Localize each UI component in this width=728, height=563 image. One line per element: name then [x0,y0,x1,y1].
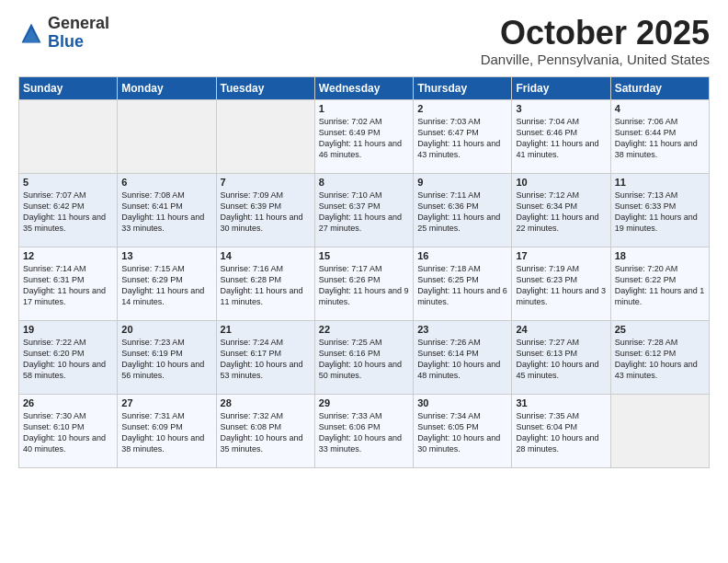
day-number: 1 [319,103,409,114]
calendar-header-saturday: Saturday [610,76,709,99]
calendar-cell: 9Sunrise: 7:11 AMSunset: 6:36 PMDaylight… [414,173,512,247]
day-number: 12 [23,250,113,261]
calendar-cell: 1Sunrise: 7:02 AMSunset: 6:49 PMDaylight… [314,99,413,173]
day-info: Sunrise: 7:28 AMSunset: 6:12 PMDaylight:… [615,337,705,382]
logo-icon [18,20,44,46]
calendar-header-tuesday: Tuesday [216,76,314,99]
calendar-cell: 26Sunrise: 7:30 AMSunset: 6:10 PMDayligh… [19,394,118,467]
day-info: Sunrise: 7:15 AMSunset: 6:29 PMDaylight:… [121,263,211,308]
calendar-cell: 22Sunrise: 7:25 AMSunset: 6:16 PMDayligh… [314,320,413,394]
logo-general: General [48,15,109,33]
location: Danville, Pennsylvania, United States [481,52,710,67]
day-info: Sunrise: 7:18 AMSunset: 6:25 PMDaylight:… [417,263,507,308]
day-number: 3 [516,103,606,114]
calendar-cell: 18Sunrise: 7:20 AMSunset: 6:22 PMDayligh… [610,247,709,320]
calendar-cell: 25Sunrise: 7:28 AMSunset: 6:12 PMDayligh… [610,320,709,394]
calendar-cell [216,99,314,173]
day-number: 23 [417,324,507,335]
calendar-cell: 24Sunrise: 7:27 AMSunset: 6:13 PMDayligh… [512,320,610,394]
calendar-cell [19,99,118,173]
calendar-cell: 15Sunrise: 7:17 AMSunset: 6:26 PMDayligh… [314,247,413,320]
day-number: 10 [516,177,606,188]
day-number: 19 [23,324,113,335]
day-number: 7 [221,177,311,188]
calendar-header-wednesday: Wednesday [314,76,413,99]
day-number: 8 [319,177,409,188]
day-info: Sunrise: 7:35 AMSunset: 6:04 PMDaylight:… [516,410,606,455]
calendar-week-row: 26Sunrise: 7:30 AMSunset: 6:10 PMDayligh… [19,394,710,467]
day-info: Sunrise: 7:12 AMSunset: 6:34 PMDaylight:… [516,190,606,235]
day-info: Sunrise: 7:02 AMSunset: 6:49 PMDaylight:… [319,116,409,161]
day-number: 28 [221,397,311,408]
calendar-cell: 31Sunrise: 7:35 AMSunset: 6:04 PMDayligh… [512,394,610,467]
day-number: 14 [221,250,311,261]
day-number: 17 [516,250,606,261]
day-number: 22 [319,324,409,335]
calendar-week-row: 5Sunrise: 7:07 AMSunset: 6:42 PMDaylight… [19,173,710,247]
day-info: Sunrise: 7:27 AMSunset: 6:13 PMDaylight:… [516,337,606,382]
calendar-cell: 4Sunrise: 7:06 AMSunset: 6:44 PMDaylight… [610,99,709,173]
calendar-cell: 8Sunrise: 7:10 AMSunset: 6:37 PMDaylight… [314,173,413,247]
day-number: 27 [121,397,211,408]
day-info: Sunrise: 7:20 AMSunset: 6:22 PMDaylight:… [615,263,705,308]
calendar-cell: 27Sunrise: 7:31 AMSunset: 6:09 PMDayligh… [118,394,216,467]
day-number: 5 [23,177,113,188]
day-number: 6 [121,177,211,188]
calendar-cell: 11Sunrise: 7:13 AMSunset: 6:33 PMDayligh… [610,173,709,247]
day-number: 11 [615,177,705,188]
logo: General Blue [18,15,109,52]
calendar-cell: 20Sunrise: 7:23 AMSunset: 6:19 PMDayligh… [118,320,216,394]
title-block: October 2025 Danville, Pennsylvania, Uni… [481,15,710,67]
day-info: Sunrise: 7:25 AMSunset: 6:16 PMDaylight:… [319,337,409,382]
header: General Blue October 2025 Danville, Penn… [18,15,710,67]
day-info: Sunrise: 7:13 AMSunset: 6:33 PMDaylight:… [615,190,705,235]
day-info: Sunrise: 7:33 AMSunset: 6:06 PMDaylight:… [319,410,409,455]
day-number: 15 [319,250,409,261]
day-number: 18 [615,250,705,261]
day-info: Sunrise: 7:23 AMSunset: 6:19 PMDaylight:… [121,337,211,382]
day-number: 29 [319,397,409,408]
calendar-header-monday: Monday [118,76,216,99]
calendar-cell: 12Sunrise: 7:14 AMSunset: 6:31 PMDayligh… [19,247,118,320]
day-info: Sunrise: 7:11 AMSunset: 6:36 PMDaylight:… [417,190,507,235]
day-info: Sunrise: 7:09 AMSunset: 6:39 PMDaylight:… [221,190,311,235]
calendar-week-row: 12Sunrise: 7:14 AMSunset: 6:31 PMDayligh… [19,247,710,320]
day-number: 16 [417,250,507,261]
day-info: Sunrise: 7:26 AMSunset: 6:14 PMDaylight:… [417,337,507,382]
calendar-header-row: SundayMondayTuesdayWednesdayThursdayFrid… [19,76,710,99]
day-number: 31 [516,397,606,408]
calendar-cell: 2Sunrise: 7:03 AMSunset: 6:47 PMDaylight… [414,99,512,173]
calendar-cell: 10Sunrise: 7:12 AMSunset: 6:34 PMDayligh… [512,173,610,247]
month-title: October 2025 [481,15,710,52]
logo-text: General Blue [48,15,109,52]
calendar-cell: 16Sunrise: 7:18 AMSunset: 6:25 PMDayligh… [414,247,512,320]
day-info: Sunrise: 7:32 AMSunset: 6:08 PMDaylight:… [221,410,311,455]
day-info: Sunrise: 7:04 AMSunset: 6:46 PMDaylight:… [516,116,606,161]
calendar-header-sunday: Sunday [19,76,118,99]
day-info: Sunrise: 7:03 AMSunset: 6:47 PMDaylight:… [417,116,507,161]
day-info: Sunrise: 7:34 AMSunset: 6:05 PMDaylight:… [417,410,507,455]
day-info: Sunrise: 7:06 AMSunset: 6:44 PMDaylight:… [615,116,705,161]
calendar-cell: 21Sunrise: 7:24 AMSunset: 6:17 PMDayligh… [216,320,314,394]
calendar-cell: 3Sunrise: 7:04 AMSunset: 6:46 PMDaylight… [512,99,610,173]
calendar-header-friday: Friday [512,76,610,99]
calendar-cell: 29Sunrise: 7:33 AMSunset: 6:06 PMDayligh… [314,394,413,467]
day-info: Sunrise: 7:14 AMSunset: 6:31 PMDaylight:… [23,263,113,308]
calendar-cell: 6Sunrise: 7:08 AMSunset: 6:41 PMDaylight… [118,173,216,247]
day-number: 9 [417,177,507,188]
day-number: 13 [121,250,211,261]
calendar-cell: 23Sunrise: 7:26 AMSunset: 6:14 PMDayligh… [414,320,512,394]
day-info: Sunrise: 7:30 AMSunset: 6:10 PMDaylight:… [23,410,113,455]
day-number: 24 [516,324,606,335]
day-info: Sunrise: 7:07 AMSunset: 6:42 PMDaylight:… [23,190,113,235]
calendar-cell: 5Sunrise: 7:07 AMSunset: 6:42 PMDaylight… [19,173,118,247]
day-number: 4 [615,103,705,114]
calendar-cell [118,99,216,173]
logo-blue: Blue [48,33,109,52]
calendar-cell: 19Sunrise: 7:22 AMSunset: 6:20 PMDayligh… [19,320,118,394]
calendar-cell: 28Sunrise: 7:32 AMSunset: 6:08 PMDayligh… [216,394,314,467]
day-number: 26 [23,397,113,408]
calendar-header-thursday: Thursday [414,76,512,99]
day-number: 25 [615,324,705,335]
day-number: 20 [121,324,211,335]
